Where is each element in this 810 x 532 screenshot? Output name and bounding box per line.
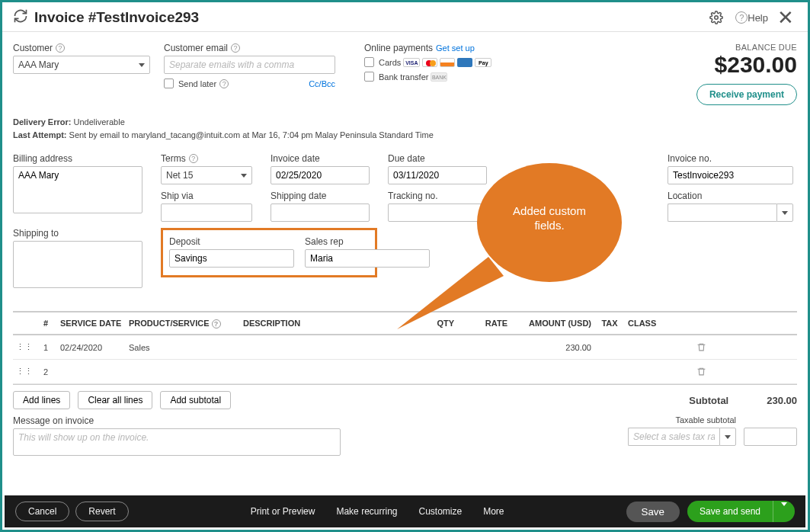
help-icon[interactable]: ? (219, 79, 229, 88)
modal-header: Invoice #TestInvoice293 ? Help ✕ (2, 2, 808, 32)
deposit-input[interactable] (169, 249, 294, 268)
svg-point-0 (715, 16, 719, 20)
add-subtotal-button[interactable]: Add subtotal (160, 391, 231, 409)
cards-label: Cards (379, 58, 401, 67)
table-row[interactable]: ⋮⋮ 2 (13, 360, 797, 384)
help-icon: ? (735, 11, 748, 24)
recurring-icon (13, 8, 28, 27)
invoice-date-input[interactable] (271, 166, 370, 184)
drag-handle-icon[interactable]: ⋮⋮ (13, 339, 34, 355)
help-button[interactable]: ? Help (735, 11, 768, 24)
help-icon[interactable]: ? (212, 319, 221, 328)
due-date-label: Due date (388, 153, 495, 164)
trash-icon (696, 342, 706, 352)
location-label: Location (668, 191, 797, 201)
setup-link[interactable]: Get set up (436, 43, 475, 53)
gear-icon (709, 11, 723, 24)
chevron-down-icon (725, 435, 731, 439)
drag-handle-icon[interactable]: ⋮⋮ (13, 364, 34, 380)
tracking-no-label: Tracking no. (388, 191, 495, 201)
customer-email-label: Customer email (164, 43, 228, 53)
billing-address-label: Billing address (13, 153, 150, 164)
save-and-send-button[interactable]: Save and send (687, 501, 773, 522)
revert-button[interactable]: Revert (75, 502, 128, 521)
delete-row-button[interactable] (686, 364, 716, 380)
cancel-button[interactable]: Cancel (15, 502, 69, 521)
receive-payment-button[interactable]: Receive payment (696, 84, 797, 105)
ccbcc-link[interactable]: Cc/Bcc (309, 79, 335, 88)
taxable-subtotal-label: Taxable subtotal (628, 415, 736, 425)
location-dropdown[interactable] (776, 204, 793, 222)
col-amount: AMOUNT (USD) (511, 316, 594, 331)
bank-transfer-checkbox[interactable] (364, 72, 374, 82)
help-icon[interactable]: ? (189, 154, 198, 163)
online-payments-label: Online payments (364, 43, 433, 53)
make-recurring-link[interactable]: Make recurring (336, 506, 397, 517)
add-lines-button[interactable]: Add lines (13, 391, 70, 409)
delete-row-button[interactable] (686, 339, 716, 355)
apple-pay-icon: Pay (475, 58, 491, 67)
help-icon[interactable]: ? (231, 43, 240, 53)
terms-select[interactable]: Net 15 (161, 166, 252, 184)
send-later-label: Send later (178, 79, 216, 88)
chevron-down-icon (781, 502, 787, 517)
mastercard-icon (422, 58, 437, 67)
col-tax: TAX (594, 316, 625, 331)
save-button[interactable]: Save (626, 502, 680, 522)
more-link[interactable]: More (483, 506, 504, 517)
save-and-send-group: Save and send (687, 501, 795, 522)
chevron-down-icon (782, 211, 788, 215)
invoice-no-label: Invoice no. (668, 153, 797, 164)
tax-rate-dropdown[interactable] (719, 428, 736, 446)
visa-icon: VISA (403, 58, 420, 67)
subtotal-label: Subtotal (689, 395, 728, 406)
col-class: CLASS (625, 316, 686, 331)
clear-lines-button[interactable]: Clear all lines (78, 391, 152, 409)
tax-rate-select[interactable] (628, 428, 719, 446)
tracking-no-input[interactable] (388, 204, 487, 222)
invoice-no-input[interactable] (668, 166, 793, 184)
balance-due-label: BALANCE DUE (696, 43, 797, 52)
help-icon[interactable]: ? (56, 43, 65, 53)
cards-checkbox[interactable] (364, 57, 374, 67)
col-rate: RATE (457, 316, 511, 331)
salesrep-input[interactable] (305, 249, 430, 268)
shipping-date-input[interactable] (271, 204, 370, 222)
discover-icon (440, 58, 455, 67)
table-row[interactable]: ⋮⋮ 1 02/24/2020 Sales 230.00 (13, 335, 797, 360)
shipping-date-label: Shipping date (271, 191, 377, 201)
subtotal-value: 230.00 (767, 395, 797, 406)
send-later-checkbox[interactable] (164, 79, 174, 88)
customize-link[interactable]: Customize (418, 506, 462, 517)
close-button[interactable]: ✕ (777, 11, 797, 24)
svg-point-2 (430, 60, 436, 66)
shipping-to-input[interactable] (13, 241, 142, 288)
invoice-date-label: Invoice date (271, 153, 377, 164)
billing-address-input[interactable]: AAA Mary (13, 166, 142, 213)
customer-email-input[interactable] (164, 56, 335, 74)
salesrep-label: Sales rep (305, 236, 430, 247)
bank-transfer-label: Bank transfer (379, 72, 428, 82)
due-date-input[interactable] (388, 166, 487, 184)
tax-amount-input[interactable] (744, 428, 797, 446)
location-input[interactable] (668, 204, 776, 222)
save-and-send-dropdown[interactable] (773, 501, 795, 522)
col-qty: QTY (415, 316, 457, 331)
deposit-label: Deposit (169, 236, 294, 247)
ship-via-input[interactable] (161, 204, 252, 222)
customer-select[interactable]: AAA Mary (13, 56, 150, 74)
col-num: # (34, 316, 57, 331)
message-label: Message on invoice (13, 415, 348, 426)
terms-label: Terms (161, 153, 186, 164)
chevron-down-icon (139, 63, 145, 67)
ship-via-label: Ship via (161, 191, 260, 201)
chevron-down-icon (241, 174, 247, 178)
settings-button[interactable] (709, 11, 726, 24)
message-input[interactable] (13, 428, 341, 456)
modal-footer: Cancel Revert Print or Preview Make recu… (5, 495, 805, 527)
bank-icon: BANK (431, 72, 447, 82)
print-preview-link[interactable]: Print or Preview (251, 506, 315, 517)
col-service-date: SERVICE DATE (57, 316, 126, 331)
amex-icon (457, 58, 472, 67)
delivery-status: Delivery Error: Undeliverable Last Attem… (13, 116, 797, 141)
